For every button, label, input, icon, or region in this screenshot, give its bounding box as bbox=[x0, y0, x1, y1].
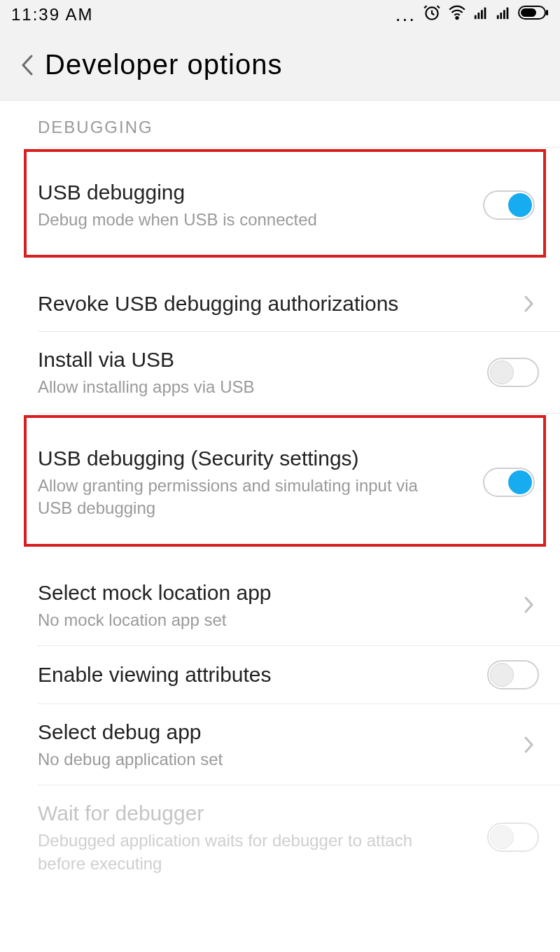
row-select-debug-app[interactable]: Select debug app No debug application se… bbox=[0, 704, 560, 785]
row-revoke-auth[interactable]: Revoke USB debugging authorizations bbox=[0, 276, 560, 331]
wait-debugger-toggle bbox=[487, 822, 539, 852]
back-button[interactable] bbox=[13, 51, 41, 79]
signal-2-icon bbox=[496, 5, 511, 24]
row-subtitle: Allow granting permissions and simulatin… bbox=[38, 475, 430, 520]
app-header: Developer options bbox=[0, 29, 560, 101]
signal-1-icon bbox=[473, 5, 489, 24]
svg-rect-6 bbox=[497, 15, 499, 19]
svg-rect-5 bbox=[484, 8, 486, 20]
page-title: Developer options bbox=[45, 49, 282, 80]
status-bar: 11:39 AM ... bbox=[0, 0, 560, 29]
row-viewing-attributes[interactable]: Enable viewing attributes bbox=[0, 646, 560, 704]
chevron-right-icon bbox=[519, 294, 539, 314]
svg-rect-4 bbox=[481, 10, 483, 19]
row-title: Select debug app bbox=[38, 718, 514, 746]
viewing-attributes-toggle[interactable] bbox=[487, 660, 539, 690]
svg-rect-11 bbox=[521, 8, 536, 17]
svg-rect-8 bbox=[503, 10, 505, 19]
row-subtitle: No debug application set bbox=[38, 748, 430, 771]
highlight-usb-security: USB debugging (Security settings) Allow … bbox=[24, 415, 546, 547]
install-via-usb-toggle[interactable] bbox=[487, 358, 539, 387]
row-title: Enable viewing attributes bbox=[38, 661, 482, 688]
svg-rect-7 bbox=[500, 13, 502, 19]
row-title: USB debugging bbox=[38, 178, 477, 206]
status-time: 11:39 AM bbox=[11, 5, 93, 24]
row-title: Install via USB bbox=[38, 346, 482, 373]
row-subtitle: No mock location app set bbox=[38, 609, 430, 631]
row-install-via-usb[interactable]: Install via USB Allow installing apps vi… bbox=[0, 332, 560, 412]
row-title: Revoke USB debugging authorizations bbox=[38, 290, 514, 317]
status-icons: ... bbox=[396, 4, 549, 26]
chevron-right-icon bbox=[519, 595, 539, 615]
row-subtitle: Debugged application waits for debugger … bbox=[38, 830, 430, 875]
row-subtitle: Allow installing apps via USB bbox=[38, 376, 430, 398]
svg-rect-12 bbox=[546, 10, 548, 15]
highlight-usb-debugging: USB debugging Debug mode when USB is con… bbox=[24, 149, 546, 258]
row-title: Wait for debugger bbox=[38, 799, 482, 827]
usb-security-toggle[interactable] bbox=[483, 468, 535, 497]
row-wait-debugger: Wait for debugger Debugged application w… bbox=[0, 785, 560, 889]
alarm-icon bbox=[423, 4, 441, 26]
row-usb-security[interactable]: USB debugging (Security settings) Allow … bbox=[38, 430, 543, 534]
usb-debugging-toggle[interactable] bbox=[483, 190, 535, 220]
wifi-icon bbox=[448, 4, 466, 26]
more-icon: ... bbox=[396, 4, 416, 26]
row-title: Select mock location app bbox=[38, 579, 514, 606]
row-title: USB debugging (Security settings) bbox=[38, 444, 477, 472]
battery-icon bbox=[518, 5, 549, 24]
row-usb-debugging[interactable]: USB debugging Debug mode when USB is con… bbox=[38, 164, 543, 245]
svg-rect-9 bbox=[507, 8, 509, 20]
divider bbox=[38, 147, 560, 148]
svg-point-1 bbox=[456, 17, 458, 19]
svg-rect-3 bbox=[477, 13, 479, 19]
row-mock-location[interactable]: Select mock location app No mock locatio… bbox=[0, 565, 560, 645]
svg-rect-2 bbox=[475, 15, 477, 19]
row-subtitle: Debug mode when USB is connected bbox=[38, 209, 430, 231]
chevron-right-icon bbox=[519, 735, 539, 755]
section-header-debugging: DEBUGGING bbox=[0, 101, 560, 147]
